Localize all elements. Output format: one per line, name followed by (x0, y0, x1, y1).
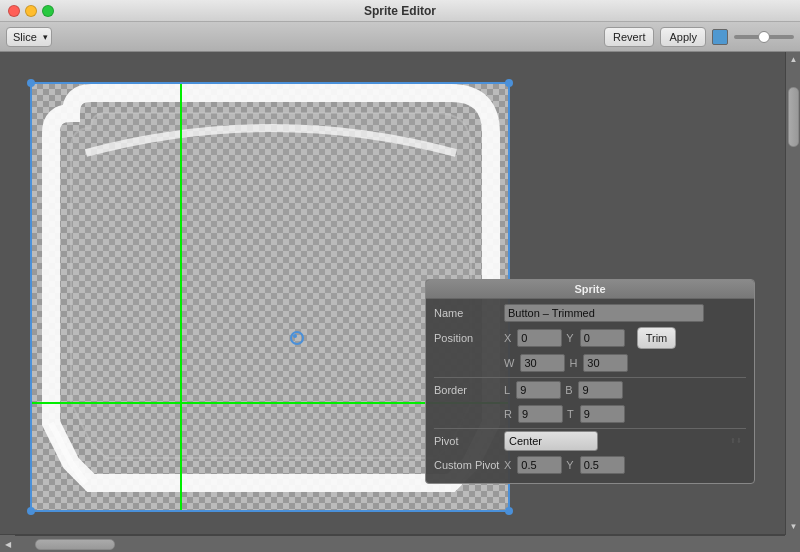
wh-fields: W H (504, 354, 746, 372)
handle-top-left[interactable] (27, 79, 35, 87)
border-l-input[interactable] (516, 381, 561, 399)
custom-pivot-y-input[interactable] (580, 456, 625, 474)
close-button[interactable] (8, 5, 20, 17)
slider-thumb (758, 31, 770, 43)
scroll-up-arrow[interactable]: ▲ (786, 52, 800, 67)
cy-label: Y (566, 459, 573, 471)
border-r-input[interactable] (518, 405, 563, 423)
border-fields-2: R T (504, 405, 746, 423)
minimize-button[interactable] (25, 5, 37, 17)
divider-1 (434, 377, 746, 378)
custom-pivot-label: Custom Pivot (434, 459, 504, 471)
border-label: Border (434, 384, 504, 396)
properties-panel: Sprite Name Position X Y (425, 279, 755, 484)
t-label: T (567, 408, 574, 420)
wh-row: W H (434, 353, 746, 373)
name-label: Name (434, 307, 504, 319)
pivot-fields: Center TopLeft TopCenter TopRight LeftCe… (504, 431, 746, 451)
b-label: B (565, 384, 572, 396)
name-row: Name (434, 303, 746, 323)
pivot-select-wrapper: Center TopLeft TopCenter TopRight LeftCe… (504, 431, 746, 451)
trim-button[interactable]: Trim (637, 327, 677, 349)
slice-line-vertical (180, 82, 182, 512)
border-b-input[interactable] (578, 381, 623, 399)
canvas-area[interactable]: Sprite Name Position X Y (0, 52, 785, 534)
pivot-select[interactable]: Center TopLeft TopCenter TopRight LeftCe… (504, 431, 598, 451)
width-input[interactable] (520, 354, 565, 372)
custom-pivot-row: Custom Pivot X Y (434, 455, 746, 475)
zoom-slider[interactable] (734, 35, 794, 39)
slice-dropdown[interactable]: Slice (6, 27, 52, 47)
height-input[interactable] (583, 354, 628, 372)
zoom-slider-container (734, 35, 794, 39)
scroll-left-arrow[interactable]: ◀ (0, 535, 15, 552)
divider-2 (434, 428, 746, 429)
main-area: Sprite Name Position X Y (0, 52, 800, 534)
scroll-thumb-vertical[interactable] (788, 87, 799, 147)
handle-bottom-left[interactable] (27, 507, 35, 515)
border-t-input[interactable] (580, 405, 625, 423)
revert-button[interactable]: Revert (604, 27, 654, 47)
toolbar-right: Revert Apply (604, 27, 794, 47)
title-bar: Sprite Editor (0, 0, 800, 22)
toolbar: Slice Revert Apply (0, 22, 800, 52)
pivot-dot (289, 330, 301, 342)
w-label: W (504, 357, 514, 369)
props-header: Sprite (426, 280, 754, 299)
bottom-panel: ◀ ▶ (0, 534, 800, 552)
color-swatch[interactable] (712, 29, 728, 45)
position-label: Position (434, 332, 504, 344)
border-row-2: R T (434, 404, 746, 424)
scroll-track-vertical[interactable] (786, 67, 800, 549)
y-label: Y (566, 332, 573, 344)
props-body: Name Position X Y Trim (426, 299, 754, 483)
border-fields-1: L B (504, 381, 746, 399)
cx-label: X (504, 459, 511, 471)
h-label: H (569, 357, 577, 369)
maximize-button[interactable] (42, 5, 54, 17)
name-fields (504, 304, 746, 322)
border-row-1: Border L B (434, 380, 746, 400)
position-row: Position X Y Trim (434, 327, 746, 349)
scrollbar-vertical[interactable]: ▲ ▼ (785, 52, 800, 534)
window-title: Sprite Editor (364, 4, 436, 18)
position-x-input[interactable] (517, 329, 562, 347)
custom-pivot-fields: X Y (504, 456, 746, 474)
position-fields: X Y Trim (504, 327, 746, 349)
handle-top-right[interactable] (505, 79, 513, 87)
name-input[interactable] (504, 304, 704, 322)
scroll-down-arrow[interactable]: ▼ (786, 519, 800, 534)
pivot-label: Pivot (434, 435, 504, 447)
scrollbar-horizontal[interactable]: ◀ ▶ (0, 535, 800, 553)
pivot-row: Pivot Center TopLeft TopCenter TopRight … (434, 431, 746, 451)
apply-button[interactable]: Apply (660, 27, 706, 47)
scroll-thumb-horizontal[interactable] (35, 539, 115, 550)
l-label: L (504, 384, 510, 396)
r-label: R (504, 408, 512, 420)
traffic-lights (8, 5, 54, 17)
custom-pivot-x-input[interactable] (517, 456, 562, 474)
x-label: X (504, 332, 511, 344)
position-y-input[interactable] (580, 329, 625, 347)
handle-bottom-right[interactable] (505, 507, 513, 515)
